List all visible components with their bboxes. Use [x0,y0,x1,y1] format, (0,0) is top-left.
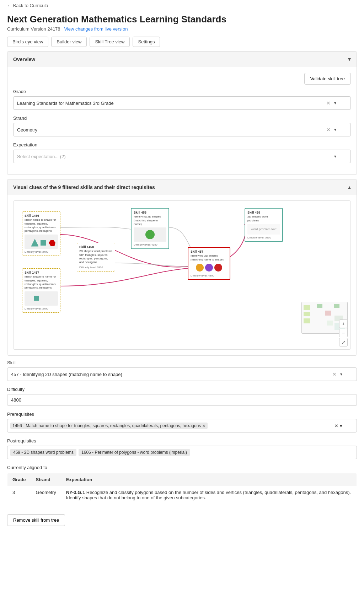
skill-card-1456[interactable]: Skill 1456 Match name to shape for trian… [22,211,60,256]
col-grade: Grade [7,473,31,486]
visual-chevron-icon: ▴ [348,184,351,190]
skill-num-1457: Skill 1457 [25,271,58,274]
svg-rect-10 [304,318,310,323]
strand-dropdown-icon: ▾ [334,127,336,132]
difficulty-field-group: Difficulty [7,387,357,406]
skill-card-459[interactable]: Skill 459 2D shapes word problems word p… [245,208,283,242]
grade-select-icons: ✕ ▾ [326,100,336,106]
visual-section: Visual clues of the 9 filtered skills an… [7,179,357,356]
visual-body: Skill 1456 Match name to shape for trian… [7,195,357,355]
skill-img-458 [134,227,166,242]
table-head: Grade Strand Expectation [7,473,357,486]
prerequisite-tag-text-0: 1456 - Match name to shape for triangles… [12,423,201,428]
tab-builder[interactable]: Builder view [51,37,87,47]
difficulty-1456: Difficulty level: 3400 [25,250,58,253]
view-changes-link[interactable]: View changes from live version [64,26,128,32]
postrequisites-field-group: Postrequisites 459 - 2D shapes word prob… [7,438,357,459]
expectation-select-icons: ▾ [334,154,336,159]
skill-select-icons: ✕ ▾ [332,371,342,377]
svg-point-7 [214,264,222,272]
skill-card-1457[interactable]: Skill 1457 Match shape to name for trian… [22,268,60,313]
aligned-table: Grade Strand Expectation 3 Geometry NY-3… [7,473,357,504]
tab-birds-eye[interactable]: Bird's eye view [7,37,48,47]
skill-dropdown-icon: ▾ [340,372,342,377]
svg-point-6 [205,264,213,272]
svg-marker-2 [49,240,55,246]
prerequisites-tags-field[interactable]: 1456 - Match name to shape for triangles… [7,419,357,432]
grade-field-group: Grade Learning Standards for Mathematics… [13,89,351,110]
validate-skill-tree-button[interactable]: Validate skill tree [304,73,351,85]
skill-label: Skill [7,360,357,365]
skill-card-457[interactable]: Skill 457 Identifying 2D shapes (matchin… [188,247,230,280]
curriculum-version: Curriculum Version 24178 [7,26,60,32]
skill-desc-458: Identifying 2D shapes (matching shape to… [134,215,166,226]
expectation-placeholder: Select expectation... (2) [17,154,66,159]
svg-rect-3 [34,296,39,301]
page-subtitle: Curriculum Version 24178 View changes fr… [7,26,357,32]
shapes-svg-458 [141,229,159,240]
visual-section-title: Visual clues of the 9 filtered skills an… [13,184,155,190]
validate-row: Validate skill tree [13,73,351,85]
skill-num-1456: Skill 1456 [25,214,58,217]
zoom-in-button[interactable]: + [339,319,348,328]
difficulty-1457: Difficulty level: 3400 [25,307,58,310]
overview-header[interactable]: Overview ▾ [7,52,357,67]
tab-settings[interactable]: Settings [133,37,160,47]
skill-num-457: Skill 457 [191,250,228,253]
detail-section: Skill 457 - Identifying 2D shapes (match… [7,360,357,526]
svg-rect-13 [334,304,339,308]
canvas-controls: + − ⤢ [339,319,348,346]
skill-desc-1456: Match name to shape for triangles, squar… [25,218,58,233]
expectation-text-content: Recognize and classify polygons based on… [66,490,351,500]
prereq-clear-icon[interactable]: ✕ [334,423,338,429]
difficulty-457: Difficulty level: 4800 [191,274,228,277]
svg-rect-1 [41,240,46,246]
table-row: 3 Geometry NY-3.G.1 Recognize and classi… [7,486,357,504]
strand-select-icons: ✕ ▾ [326,127,336,133]
prerequisites-label: Prerequisites [7,412,357,417]
difficulty-input[interactable] [7,394,357,406]
visual-section-header[interactable]: Visual clues of the 9 filtered skills an… [7,179,357,195]
overview-body: Validate skill tree Grade Learning Stand… [7,67,357,174]
skill-desc-1457: Match shape to name for triangles, squar… [25,275,58,290]
prerequisite-tag-remove-0[interactable]: ✕ [202,424,205,428]
skill-value: 457 - Identifying 2D shapes (matching na… [11,372,122,377]
col-strand: Strand [31,473,61,486]
page-title: Next Generation Mathematics Learning Sta… [7,14,357,25]
cell-grade: 3 [7,486,31,504]
expand-button[interactable]: ⤢ [339,338,348,346]
aligned-label: Currently aligned to [7,465,357,470]
svg-rect-12 [325,311,331,316]
tab-skill-tree[interactable]: Skill Tree view [90,37,130,47]
strand-clear-icon[interactable]: ✕ [326,127,331,133]
expectation-label: Expectation [13,142,351,147]
skill-num-459: Skill 459 [247,211,280,214]
table-header-row: Grade Strand Expectation [7,473,357,486]
expectation-select[interactable]: Select expectation... (2) ▾ [13,150,351,163]
skill-desc-459: 2D shapes word problems [247,215,280,222]
skill-img-1456 [25,235,58,249]
skill-clear-icon[interactable]: ✕ [332,371,337,377]
strand-field-group: Strand Geometry ✕ ▾ [13,115,351,136]
skill-tree-canvas[interactable]: Skill 1456 Match name to shape for trian… [13,200,351,350]
remove-skill-button[interactable]: Remove skill from tree [7,514,65,526]
grade-select[interactable]: Learning Standards for Mathematics 3rd G… [13,96,351,110]
skill-img-459: word problem text [247,224,280,235]
svg-point-5 [196,264,204,272]
shapes-svg-1457 [31,295,52,302]
svg-rect-16 [327,321,333,326]
skill-select[interactable]: 457 - Identifying 2D shapes (matching na… [7,367,357,381]
prerequisites-field-group: Prerequisites 1456 - Match name to shape… [7,412,357,432]
grade-clear-icon[interactable]: ✕ [326,100,331,106]
skill-card-1458[interactable]: Skill 1458 2D shapes word problems with … [77,243,115,272]
strand-select[interactable]: Geometry ✕ ▾ [13,123,351,136]
zoom-out-button[interactable]: − [339,329,348,337]
prereq-dropdown-icon: ▾ [340,423,342,429]
svg-rect-9 [304,312,310,316]
back-link[interactable]: ← Back to Curricula [7,3,48,8]
skill-desc-457: Identifying 2D shapes (matching name to … [191,254,228,262]
svg-rect-11 [317,304,322,308]
svg-rect-8 [304,305,310,310]
back-nav[interactable]: ← Back to Curricula [0,0,364,11]
skill-card-458[interactable]: Skill 458 Identifying 2D shapes (matchin… [131,208,169,249]
